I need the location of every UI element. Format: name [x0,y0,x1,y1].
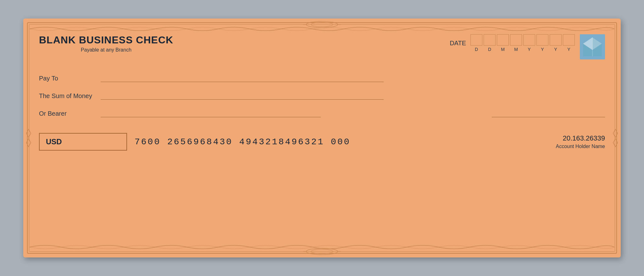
date-box-6[interactable] [536,34,548,46]
check-subtitle: Payable at any Branch [39,47,173,53]
svg-marker-0 [26,129,31,137]
signature-line[interactable] [492,108,605,117]
svg-point-9 [311,249,333,254]
date-char-m2: M [510,47,522,52]
account-holder-label: Account Holder Name [556,144,605,149]
micr-line: 7600 2656968430 4943218496321 000 [135,137,548,147]
date-char-d2: D [484,47,496,52]
right-side-ornament [612,129,619,147]
date-logo-section: DATE D [450,34,605,61]
usd-box: USD [39,133,127,151]
svg-marker-1 [26,139,31,147]
check-logo [580,34,605,61]
check-title: BLANK BUSINESS CHECK [39,34,173,46]
pay-to-label: Pay To [39,75,96,82]
date-boxes-wrapper: D D M M Y Y Y Y [470,34,575,52]
check-content: BLANK BUSINESS CHECK Payable at any Bran… [39,34,605,242]
date-box-3[interactable] [497,34,509,46]
or-bearer-row: Or Bearer [39,108,321,117]
date-char-labels: D D M M Y Y Y Y [470,47,575,52]
signature-area [492,108,605,117]
date-box-7[interactable] [550,34,562,46]
account-number: 20.163.26339 [563,134,605,142]
logo-icon [580,34,605,59]
bottom-center-ornament [303,247,341,256]
svg-point-4 [306,21,338,28]
date-box-4[interactable] [510,34,522,46]
pay-to-line[interactable] [101,73,384,82]
top-center-ornament [303,20,341,29]
account-info: 20.163.26339 Account Holder Name [556,134,605,149]
date-boxes [470,34,575,46]
top-border-decoration [30,25,614,33]
or-bearer-line[interactable] [101,108,321,117]
date-char-y4: Y [563,47,575,52]
date-label: DATE [450,40,466,47]
date-char-d1: D [470,47,482,52]
date-box-8[interactable] [563,34,575,46]
check: BLANK BUSINESS CHECK Payable at any Bran… [23,19,621,257]
date-section: DATE D [450,34,575,52]
date-box-2[interactable] [484,34,496,46]
date-char-y3: Y [550,47,562,52]
svg-marker-2 [613,129,618,137]
check-header: BLANK BUSINESS CHECK Payable at any Bran… [39,34,605,61]
bottom-section: USD 7600 2656968430 4943218496321 000 20… [39,133,605,151]
sum-of-money-row: The Sum of Money [39,91,605,100]
sum-of-money-label: The Sum of Money [39,92,96,100]
bottom-border-decoration [30,243,614,251]
svg-point-5 [311,22,333,27]
svg-marker-3 [613,139,618,147]
pay-to-row: Pay To [39,73,605,82]
or-bearer-label: Or Bearer [39,110,96,117]
svg-point-8 [306,248,338,255]
date-char-y1: Y [523,47,535,52]
date-char-m1: M [497,47,509,52]
title-block: BLANK BUSINESS CHECK Payable at any Bran… [39,34,173,53]
date-char-y2: Y [536,47,548,52]
date-box-5[interactable] [523,34,535,46]
bearer-signature-row: Or Bearer [39,108,605,117]
usd-label: USD [46,137,62,146]
sum-of-money-line[interactable] [101,91,384,100]
date-box-1[interactable] [470,34,482,46]
left-side-ornament [25,129,32,147]
